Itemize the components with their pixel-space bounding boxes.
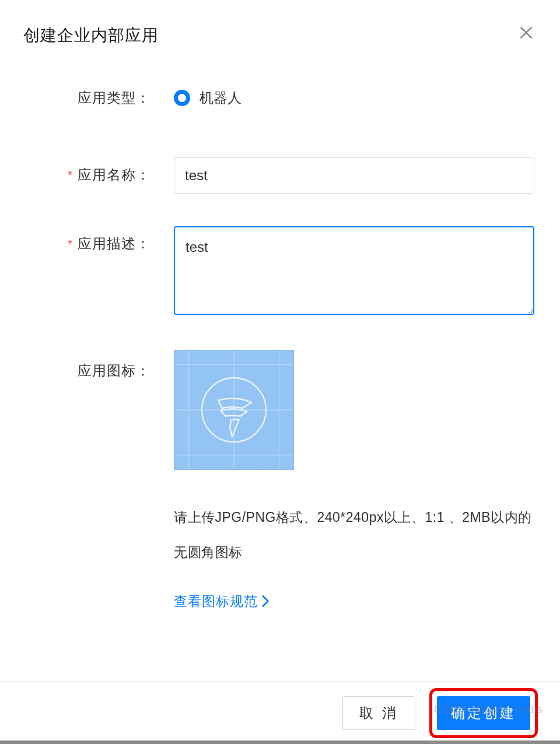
label-app-icon: 应用图标： (26, 350, 150, 380)
create-app-dialog: 创建企业内部应用 应用类型： 机器人 *应用名称： (0, 0, 560, 744)
close-icon (518, 24, 534, 41)
label-app-type: 应用类型： (26, 89, 150, 107)
radio-icon (174, 90, 190, 106)
confirm-button-highlight: 确定创建 (429, 688, 538, 738)
label-app-name: 应用名称： (78, 167, 150, 183)
app-name-input[interactable] (174, 157, 534, 194)
default-app-icon (175, 351, 293, 469)
row-app-type: 应用类型： 机器人 (26, 89, 534, 107)
radio-label: 机器人 (200, 89, 242, 107)
icon-upload-area[interactable] (174, 350, 294, 470)
dialog-title: 创建企业内部应用 (23, 24, 159, 47)
required-mark: * (68, 169, 73, 181)
confirm-create-button[interactable]: 确定创建 (437, 696, 530, 730)
dialog-body: 应用类型： 机器人 *应用名称： *应用描述： (0, 47, 560, 681)
dialog-footer: 取 消 确定创建 (0, 681, 560, 744)
cancel-button[interactable]: 取 消 (342, 696, 415, 730)
bottom-strip (0, 741, 560, 744)
dialog-header: 创建企业内部应用 (0, 0, 560, 47)
close-button[interactable] (516, 24, 537, 41)
spec-link-label: 查看图标规范 (174, 592, 258, 610)
row-app-desc: *应用描述： (26, 226, 534, 317)
required-mark: * (68, 237, 73, 250)
radio-robot[interactable]: 机器人 (174, 89, 534, 107)
icon-hint-text: 请上传JPG/PNG格式、240*240px以上、1:1 、2MB以内的无圆角图… (174, 500, 534, 570)
label-app-desc: 应用描述： (78, 236, 150, 251)
app-desc-textarea[interactable] (174, 226, 534, 315)
row-app-name: *应用名称： (26, 157, 534, 194)
chevron-right-icon (261, 595, 270, 608)
icon-spec-link[interactable]: 查看图标规范 (174, 592, 270, 610)
row-app-icon: 应用图标： 请上传JPG/PNG格式、240*240px (26, 350, 534, 610)
